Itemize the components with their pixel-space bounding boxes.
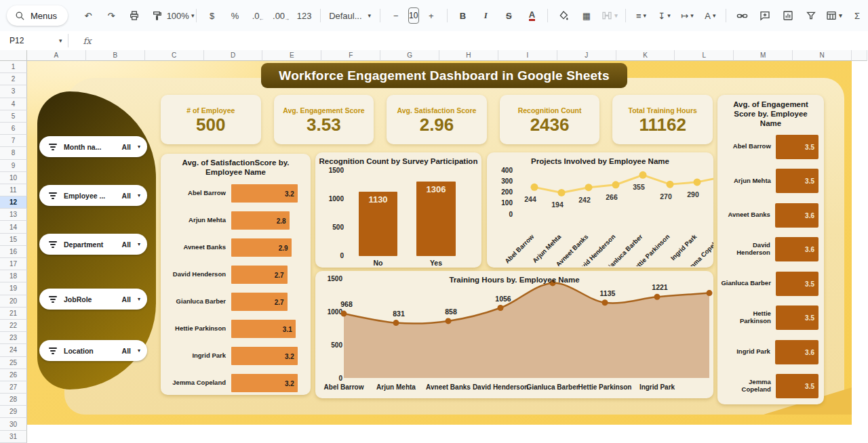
kpi-card[interactable]: Avg. Satisfaction Score2.96	[387, 95, 487, 144]
filter-pill-employee----[interactable]: Employee ...All▾	[39, 185, 147, 206]
merge-cells-button[interactable]: ▾	[599, 6, 620, 25]
row-header-11[interactable]: 11	[0, 184, 27, 196]
row-header-7[interactable]: 7	[0, 135, 27, 147]
kpi-card[interactable]: Avg. Engagement Score3.53	[274, 95, 374, 144]
filter-pill-month-na---[interactable]: Month na...All▾	[39, 136, 147, 157]
row-header-29[interactable]: 29	[0, 406, 27, 418]
chevron-down-icon[interactable]: ▾	[138, 192, 140, 198]
italic-button[interactable]: I	[475, 6, 496, 25]
training-chart[interactable]: Training Hours by. Employee Name15001000…	[315, 271, 713, 398]
fill-color-button[interactable]	[553, 6, 574, 25]
column-header-I[interactable]: I	[498, 50, 557, 61]
create-filter-button[interactable]	[800, 6, 822, 25]
row-header-20[interactable]: 20	[0, 295, 27, 308]
row-header-23[interactable]: 23	[0, 332, 27, 344]
row-header-21[interactable]: 21	[0, 308, 27, 320]
row-header-3[interactable]: 3	[0, 85, 27, 98]
insert-comment-button[interactable]	[754, 6, 776, 25]
row-header-14[interactable]: 14	[0, 221, 27, 233]
row-header-25[interactable]: 25	[0, 357, 27, 369]
row-header-10[interactable]: 10	[0, 172, 27, 184]
filter-value[interactable]: All	[122, 143, 131, 151]
column-header-E[interactable]: E	[262, 50, 321, 61]
row-header-28[interactable]: 28	[0, 394, 27, 406]
bold-button[interactable]: B	[452, 6, 473, 25]
chevron-down-icon[interactable]: ▾	[138, 296, 140, 302]
column-header-C[interactable]: C	[145, 50, 204, 61]
column-header-M[interactable]: M	[734, 50, 793, 61]
menus-search-button[interactable]: Menus	[7, 5, 68, 26]
strikethrough-button[interactable]: S	[498, 6, 519, 25]
column-header-H[interactable]: H	[439, 50, 498, 61]
row-header-26[interactable]: 26	[0, 369, 27, 381]
insert-chart-button[interactable]	[777, 6, 799, 25]
formula-input[interactable]	[92, 31, 868, 50]
table-views-button[interactable]: ▾	[823, 6, 845, 25]
format-percent-button[interactable]: %	[224, 6, 246, 25]
chevron-down-icon[interactable]: ▾	[138, 241, 140, 247]
filter-pill-location[interactable]: LocationAll▾	[39, 340, 147, 361]
engagement-chart[interactable]: Avg. of Engagement Score by. Employee Na…	[717, 95, 824, 404]
increase-decimal-button[interactable]: .00→	[271, 6, 292, 25]
filter-value[interactable]: All	[122, 192, 131, 200]
format-currency-button[interactable]: $	[201, 6, 223, 25]
column-header-F[interactable]: F	[321, 50, 380, 61]
row-header-18[interactable]: 18	[0, 270, 27, 282]
row-header-15[interactable]: 15	[0, 234, 27, 246]
kpi-card[interactable]: Recognition Count2436	[500, 95, 600, 144]
column-header-D[interactable]: D	[204, 50, 263, 61]
name-box[interactable]: P12	[0, 36, 57, 45]
insert-link-button[interactable]	[731, 6, 753, 25]
filter-value[interactable]: All	[122, 240, 131, 249]
chevron-down-icon[interactable]: ▾	[138, 347, 140, 354]
projects-chart[interactable]: Projects Involved by Employee Name400300…	[487, 152, 713, 268]
row-header-1[interactable]: 1	[0, 61, 27, 73]
row-header-4[interactable]: 4	[0, 98, 27, 110]
row-header-6[interactable]: 6	[0, 123, 27, 135]
row-header-2[interactable]: 2	[0, 73, 27, 85]
row-header-5[interactable]: 5	[0, 110, 27, 123]
row-header-22[interactable]: 22	[0, 320, 27, 332]
more-formats-button[interactable]: 123	[294, 6, 315, 25]
row-header-9[interactable]: 9	[0, 160, 27, 172]
filter-pill-jobrole[interactable]: JobRoleAll▾	[39, 289, 147, 310]
row-header-27[interactable]: 27	[0, 381, 27, 394]
chevron-down-icon[interactable]: ▾	[138, 144, 140, 150]
kpi-card[interactable]: Total Training Hours11162	[612, 95, 713, 144]
row-header-31[interactable]: 31	[0, 431, 27, 443]
chevron-down-icon[interactable]: ▾	[59, 37, 62, 44]
filter-value[interactable]: All	[122, 347, 131, 355]
horizontal-align-button[interactable]: ≡ ▾	[630, 6, 652, 25]
functions-button[interactable]: Σ	[846, 6, 868, 25]
column-header-N[interactable]: N	[793, 50, 852, 61]
recognition-chart[interactable]: Recognition Count by Survey Participatio…	[315, 152, 481, 268]
column-header-G[interactable]: G	[380, 50, 439, 61]
print-button[interactable]	[123, 6, 145, 25]
increase-font-size-button[interactable]: +	[420, 6, 442, 25]
satisfaction-chart[interactable]: Avg. of SatisfactionScore by. Employee N…	[161, 154, 311, 395]
row-header-12[interactable]: 12	[0, 196, 27, 209]
text-rotation-button[interactable]: A ▾	[699, 6, 721, 25]
undo-button[interactable]: ↶	[77, 6, 99, 25]
redo-button[interactable]: ↷	[100, 6, 122, 25]
kpi-card[interactable]: # of Employee500	[161, 95, 261, 144]
row-header-16[interactable]: 16	[0, 246, 27, 258]
vertical-align-button[interactable]: ↧ ▾	[653, 6, 675, 25]
row-header-17[interactable]: 17	[0, 258, 27, 270]
row-header-19[interactable]: 19	[0, 282, 27, 295]
decrease-decimal-button[interactable]: .0←	[248, 6, 269, 25]
column-header-J[interactable]: J	[557, 50, 616, 61]
row-header-8[interactable]: 8	[0, 147, 27, 159]
column-header-K[interactable]: K	[616, 50, 675, 61]
decrease-font-size-button[interactable]: −	[385, 6, 407, 25]
font-size-input[interactable]: 10	[408, 7, 419, 24]
zoom-select[interactable]: 100% ▾	[170, 6, 191, 25]
row-header-13[interactable]: 13	[0, 209, 27, 221]
text-wrap-button[interactable]: ↦ ▾	[676, 6, 698, 25]
borders-button[interactable]: ▦	[576, 6, 597, 25]
select-all-corner[interactable]	[0, 50, 27, 61]
paint-format-button[interactable]	[146, 6, 168, 25]
filter-value[interactable]: All	[122, 295, 131, 303]
column-header-B[interactable]: B	[86, 50, 145, 61]
font-family-select[interactable]: Defaul... ▾	[325, 6, 375, 25]
